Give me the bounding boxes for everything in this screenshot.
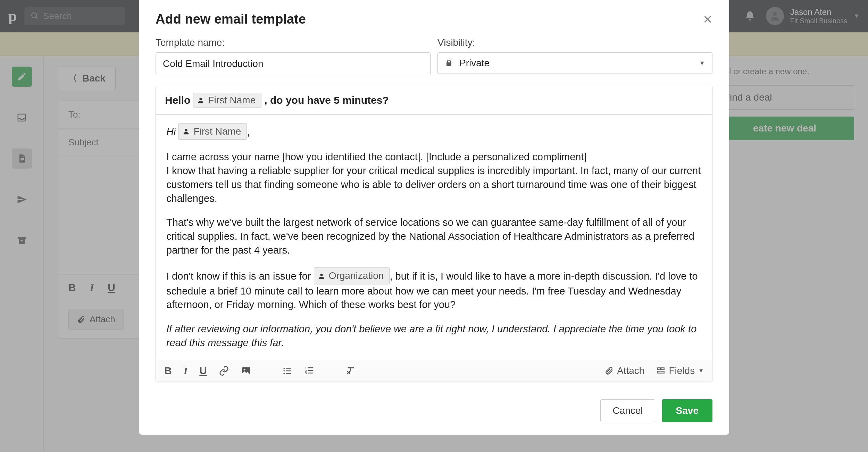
svg-rect-28 <box>658 368 661 369</box>
svg-point-16 <box>283 367 285 369</box>
body-p2: I know that having a reliable supplier f… <box>166 164 702 205</box>
merge-field-firstname[interactable]: First Name <box>193 93 261 108</box>
cancel-button[interactable]: Cancel <box>600 399 655 422</box>
modal-body: Template name: Visibility: Private ▼ <box>139 37 729 392</box>
email-template-modal: Add new email template ✕ Template name: … <box>139 0 729 435</box>
template-name-group: Template name: <box>156 37 431 75</box>
svg-rect-10 <box>446 62 451 66</box>
link-icon[interactable] <box>219 366 229 376</box>
svg-rect-23 <box>308 367 313 368</box>
chevron-down-icon: ▼ <box>699 60 705 67</box>
toolbar-attach-label: Attach <box>617 365 644 376</box>
image-icon[interactable] <box>241 366 251 376</box>
svg-point-20 <box>283 373 285 374</box>
modal-overlay: Add new email template ✕ Template name: … <box>0 0 868 452</box>
merge-label: First Name <box>208 95 256 106</box>
visibility-select[interactable]: Private ▼ <box>437 52 712 74</box>
clear-format-icon[interactable] <box>345 366 356 376</box>
svg-point-15 <box>244 368 245 370</box>
template-name-input[interactable] <box>156 52 431 75</box>
lock-icon <box>445 59 453 67</box>
person-icon <box>318 272 325 280</box>
svg-rect-17 <box>286 368 291 369</box>
toolbar-fields-label: Fields <box>669 365 695 376</box>
visibility-label: Visibility: <box>437 37 712 48</box>
visibility-value: Private <box>459 58 490 69</box>
toolbar-attach-button[interactable]: Attach <box>604 365 644 376</box>
svg-text:3: 3 <box>305 372 307 375</box>
editor-toolbar: B I U 123 <box>156 360 712 382</box>
svg-rect-30 <box>658 371 665 373</box>
greeting-suffix: , <box>247 126 250 137</box>
subject-line[interactable]: Hello First Name , do you have 5 minutes… <box>156 86 712 115</box>
svg-rect-25 <box>308 370 313 371</box>
merge-field-firstname-body[interactable]: First Name <box>178 123 247 140</box>
underline-icon[interactable]: U <box>199 365 207 377</box>
body-p5: If after reviewing our information, you … <box>166 323 696 348</box>
toolbar-fields-button[interactable]: Fields ▼ <box>656 365 704 376</box>
subject-prefix: Hello <box>165 94 190 106</box>
svg-point-11 <box>200 98 202 100</box>
svg-point-12 <box>185 129 187 131</box>
visibility-group: Visibility: Private ▼ <box>437 37 712 75</box>
svg-point-18 <box>283 370 285 372</box>
close-icon[interactable]: ✕ <box>703 12 712 26</box>
merge-label: First Name <box>193 125 241 138</box>
chevron-down-icon: ▼ <box>698 368 704 374</box>
svg-rect-27 <box>308 373 313 374</box>
greeting-prefix: Hi <box>166 126 176 137</box>
person-icon <box>182 128 190 135</box>
merge-label: Organization <box>329 269 384 282</box>
modal-header: Add new email template ✕ <box>139 0 729 37</box>
subject-suffix: , do you have 5 minutes? <box>264 94 389 106</box>
svg-rect-29 <box>661 368 665 369</box>
person-icon <box>197 96 205 104</box>
body-p4-prefix: I don't know if this is an issue for <box>166 271 311 282</box>
editor-frame: Hello First Name , do you have 5 minutes… <box>156 86 712 382</box>
field-row: Template name: Visibility: Private ▼ <box>156 37 712 75</box>
numbered-list-icon[interactable]: 123 <box>304 366 315 376</box>
svg-rect-21 <box>286 373 291 374</box>
body-p3: That's why we've built the largest netwo… <box>166 216 702 257</box>
editor-body[interactable]: Hi First Name , I came across your name … <box>156 115 712 360</box>
template-name-label: Template name: <box>156 37 431 48</box>
merge-field-organization[interactable]: Organization <box>314 267 390 284</box>
modal-footer: Cancel Save <box>139 392 729 435</box>
svg-rect-19 <box>286 370 291 371</box>
modal-title: Add new email template <box>156 12 306 27</box>
save-button[interactable]: Save <box>662 399 712 422</box>
bold-icon[interactable]: B <box>164 365 172 377</box>
svg-point-13 <box>320 273 323 276</box>
bullet-list-icon[interactable] <box>282 366 292 376</box>
italic-icon[interactable]: I <box>184 365 188 377</box>
body-p1: I came across your name [how you identif… <box>166 150 702 164</box>
